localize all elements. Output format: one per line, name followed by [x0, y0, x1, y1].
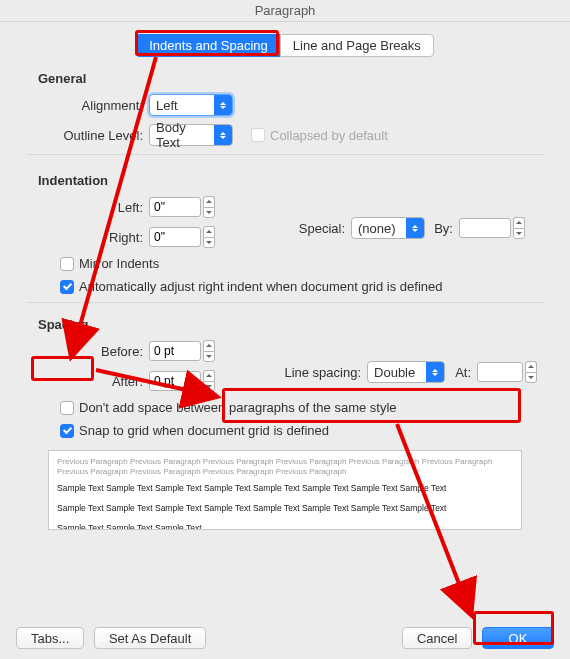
outline-label: Outline Level:	[26, 128, 149, 143]
section-spacing: Spacing	[38, 317, 544, 332]
before-stepper[interactable]	[203, 340, 215, 362]
preview-sample3: Sample Text Sample Text Sample Text	[57, 520, 513, 530]
tab-bar: Indents and Spacing Line and Page Breaks	[0, 34, 570, 57]
section-general: General	[38, 71, 544, 86]
indent-left-input[interactable]	[149, 197, 201, 217]
updown-icon	[214, 125, 232, 145]
tabs-button[interactable]: Tabs...	[16, 627, 84, 649]
before-label: Before:	[26, 344, 149, 359]
by-input[interactable]	[459, 218, 511, 238]
preview-sample2: Sample Text Sample Text Sample Text Samp…	[57, 500, 513, 516]
special-label: Special:	[285, 221, 351, 236]
line-spacing-select[interactable]: Double	[367, 361, 445, 383]
collapsed-checkbox	[251, 128, 265, 142]
tab-indents-spacing[interactable]: Indents and Spacing	[136, 34, 280, 57]
mirror-checkbox[interactable]	[60, 257, 74, 271]
bottom-bar: Tabs... Set As Default Cancel OK	[0, 627, 570, 649]
indent-right-label: Right:	[26, 230, 149, 245]
dont-add-checkbox[interactable]	[60, 401, 74, 415]
before-input[interactable]	[149, 341, 201, 361]
preview-prev: Previous Paragraph Previous Paragraph Pr…	[57, 457, 513, 476]
dont-add-label: Don't add space between paragraphs of th…	[79, 400, 397, 415]
after-label: After:	[26, 374, 149, 389]
updown-icon	[214, 95, 232, 115]
indent-right-input[interactable]	[149, 227, 201, 247]
preview-sample: Sample Text Sample Text Sample Text Samp…	[57, 480, 513, 496]
by-label: By:	[425, 221, 459, 236]
after-input[interactable]	[149, 371, 201, 391]
after-stepper[interactable]	[203, 370, 215, 392]
alignment-label: Alignment:	[26, 98, 149, 113]
divider	[26, 154, 544, 155]
snap-label: Snap to grid when document grid is defin…	[79, 423, 329, 438]
at-stepper[interactable]	[525, 361, 537, 383]
indent-left-stepper[interactable]	[203, 196, 215, 218]
section-indentation: Indentation	[38, 173, 544, 188]
line-spacing-value: Double	[374, 365, 415, 380]
collapsed-label: Collapsed by default	[270, 128, 388, 143]
indent-right-stepper[interactable]	[203, 226, 215, 248]
mirror-label: Mirror Indents	[79, 256, 159, 271]
indent-left-label: Left:	[26, 200, 149, 215]
at-label: At:	[445, 365, 477, 380]
ok-button[interactable]: OK	[482, 627, 554, 649]
special-select[interactable]: (none)	[351, 217, 425, 239]
tab-line-page-breaks[interactable]: Line and Page Breaks	[280, 34, 434, 57]
outline-value: Body Text	[156, 120, 212, 150]
set-default-button[interactable]: Set As Default	[94, 627, 206, 649]
updown-icon	[406, 218, 424, 238]
auto-indent-label: Automatically adjust right indent when d…	[79, 279, 443, 294]
outline-select[interactable]: Body Text	[149, 124, 233, 146]
cancel-button[interactable]: Cancel	[402, 627, 472, 649]
auto-indent-checkbox[interactable]	[60, 280, 74, 294]
line-spacing-label: Line spacing:	[275, 365, 367, 380]
preview-panel: Previous Paragraph Previous Paragraph Pr…	[48, 450, 522, 530]
alignment-select[interactable]: Left	[149, 94, 233, 116]
updown-icon	[426, 362, 444, 382]
divider	[26, 302, 544, 303]
by-stepper[interactable]	[513, 217, 525, 239]
window-title: Paragraph	[0, 0, 570, 22]
snap-checkbox[interactable]	[60, 424, 74, 438]
at-input[interactable]	[477, 362, 523, 382]
alignment-value: Left	[156, 98, 178, 113]
special-value: (none)	[358, 221, 396, 236]
